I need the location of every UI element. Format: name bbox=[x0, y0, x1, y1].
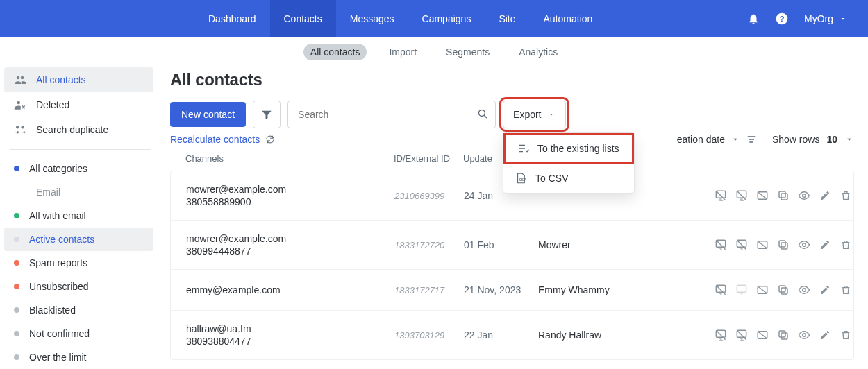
action-block-icon[interactable] bbox=[755, 327, 770, 343]
action-copy-icon[interactable] bbox=[776, 327, 791, 343]
bell-icon[interactable] bbox=[747, 12, 760, 25]
action-edit-icon[interactable] bbox=[817, 282, 833, 298]
sidebar-deleted[interactable]: Deleted bbox=[4, 92, 153, 117]
nav-campaigns[interactable]: Campaigns bbox=[408, 0, 485, 37]
nav-site[interactable]: Site bbox=[485, 0, 529, 37]
row-actions: BL BL bbox=[713, 327, 853, 343]
subnav-segments[interactable]: Segments bbox=[439, 44, 496, 60]
export-button-label: Export bbox=[513, 109, 541, 120]
sidebar-divider bbox=[10, 149, 151, 150]
sidebar-cat-all[interactable]: All categories bbox=[4, 157, 153, 180]
action-edit-icon[interactable] bbox=[817, 327, 833, 343]
action-delete-icon[interactable] bbox=[838, 327, 853, 343]
contact-email: mowrer@example.com bbox=[186, 233, 394, 244]
svg-point-2 bbox=[17, 76, 20, 80]
action-delete-icon[interactable] bbox=[838, 237, 853, 252]
sort-button[interactable] bbox=[746, 134, 757, 145]
sidebar-cat-unsub[interactable]: Unsubscribed bbox=[4, 275, 153, 298]
sidebar-search-duplicate[interactable]: Search duplicate bbox=[4, 117, 153, 142]
table-row[interactable]: hallraw@ua.fm 380938804477 1393703129 22… bbox=[171, 311, 853, 359]
csv-icon: CSV bbox=[515, 172, 527, 184]
svg-point-24 bbox=[803, 243, 806, 247]
action-view-icon[interactable] bbox=[796, 327, 812, 343]
action-delete-icon[interactable] bbox=[838, 282, 853, 298]
org-dropdown[interactable]: MyOrg bbox=[804, 13, 847, 24]
action-copy-icon[interactable] bbox=[776, 188, 791, 203]
subnav-import[interactable]: Import bbox=[382, 44, 424, 60]
contact-phone: 380994448877 bbox=[186, 246, 394, 257]
action-block-icon[interactable] bbox=[755, 282, 770, 298]
sidebar-cat-notconfirmed[interactable]: Not confirmed bbox=[4, 322, 153, 345]
contact-email: emmy@example.com bbox=[186, 284, 394, 295]
nav-contacts[interactable]: Contacts bbox=[270, 0, 336, 37]
svg-rect-39 bbox=[779, 331, 785, 337]
search-input[interactable] bbox=[287, 101, 496, 128]
sub-navbar: All contacts Import Segments Analytics bbox=[0, 37, 868, 67]
sidebar-item-label: All categories bbox=[29, 163, 87, 174]
subnav-all-contacts[interactable]: All contacts bbox=[303, 44, 367, 60]
action-blacklist-off-icon[interactable]: BL bbox=[713, 188, 728, 203]
sidebar-all-contacts[interactable]: All contacts bbox=[4, 67, 153, 92]
people-icon bbox=[14, 74, 26, 86]
filter-button[interactable] bbox=[253, 101, 281, 128]
sidebar-cat-overlimit[interactable]: Over the limit bbox=[4, 345, 153, 369]
svg-text:BL: BL bbox=[739, 337, 744, 341]
action-view-icon[interactable] bbox=[796, 188, 812, 203]
creation-date-dropdown[interactable] bbox=[731, 135, 740, 144]
dot-icon bbox=[14, 331, 19, 336]
action-view-icon[interactable] bbox=[796, 282, 812, 298]
sidebar-item-label: Active contacts bbox=[29, 234, 94, 245]
table-row[interactable]: emmy@example.com 1833172717 21 Nov, 2023… bbox=[171, 270, 853, 311]
export-to-csv[interactable]: CSV To CSV bbox=[503, 164, 634, 193]
svg-rect-14 bbox=[781, 194, 787, 200]
nav-dashboard[interactable]: Dashboard bbox=[194, 0, 270, 37]
action-edit-icon[interactable] bbox=[817, 188, 833, 203]
show-rows-dropdown[interactable] bbox=[844, 135, 854, 144]
page-title: All contacts bbox=[170, 70, 854, 89]
action-blacklist-off-icon[interactable]: BL bbox=[713, 282, 728, 298]
sidebar-item-label: Blacklisted bbox=[29, 304, 76, 316]
action-view-icon[interactable] bbox=[796, 237, 812, 252]
help-icon[interactable]: ? bbox=[775, 12, 789, 26]
action-blacklist-off-icon[interactable]: BL bbox=[713, 327, 728, 343]
sidebar-cat-allwithemail[interactable]: All with email bbox=[4, 204, 153, 228]
org-label: MyOrg bbox=[804, 13, 833, 24]
action-edit-icon[interactable] bbox=[817, 237, 833, 252]
action-delete-icon[interactable] bbox=[838, 188, 853, 203]
action-copy-icon[interactable] bbox=[776, 237, 791, 252]
action-blacklist-on-icon[interactable]: BL bbox=[734, 327, 749, 343]
sidebar-cat-active[interactable]: Active contacts bbox=[4, 228, 153, 251]
group-swap-icon bbox=[14, 123, 26, 136]
action-copy-icon[interactable] bbox=[776, 282, 791, 298]
sidebar-cat-email[interactable]: Email bbox=[4, 180, 153, 204]
nav-messages[interactable]: Messages bbox=[336, 0, 408, 37]
sidebar-item-label: Unsubscribed bbox=[29, 281, 89, 292]
top-navbar: Dashboard Contacts Messages Campaigns Si… bbox=[0, 0, 868, 37]
new-contact-button[interactable]: New contact bbox=[170, 102, 246, 127]
action-blacklist-on-icon[interactable]: BL bbox=[734, 237, 749, 252]
action-blacklist-off-icon[interactable]: BL bbox=[713, 237, 728, 252]
contact-phone: 380558889900 bbox=[186, 196, 394, 207]
svg-text:CSV: CSV bbox=[519, 178, 526, 182]
search-icon[interactable] bbox=[476, 108, 489, 120]
table-row[interactable]: mowrer@example.com 380994448877 18331727… bbox=[171, 221, 853, 270]
svg-rect-15 bbox=[779, 191, 785, 198]
action-block-icon[interactable] bbox=[755, 237, 770, 252]
export-menu-item-label: To the existing lists bbox=[537, 143, 619, 154]
export-to-existing-lists[interactable]: To the existing lists bbox=[503, 133, 634, 164]
export-button[interactable]: Export bbox=[503, 101, 565, 128]
recalculate-link[interactable]: Recalculate contacts bbox=[170, 134, 275, 145]
action-blacklist-on-icon[interactable]: BL bbox=[734, 188, 749, 203]
svg-text:BL: BL bbox=[739, 292, 744, 296]
sidebar-cat-blacklisted[interactable]: Blacklisted bbox=[4, 298, 153, 322]
svg-point-3 bbox=[21, 76, 24, 80]
sidebar-cat-spam[interactable]: Spam reports bbox=[4, 251, 153, 275]
svg-point-7 bbox=[478, 110, 485, 116]
sidebar-item-label: All with email bbox=[29, 210, 86, 221]
action-block-icon[interactable] bbox=[755, 188, 770, 203]
contact-update: 01 Feb bbox=[464, 239, 538, 250]
export-menu: To the existing lists CSV To CSV bbox=[503, 132, 635, 194]
subnav-analytics[interactable]: Analytics bbox=[512, 44, 565, 60]
sidebar-item-label: Email bbox=[36, 187, 60, 198]
nav-automation[interactable]: Automation bbox=[530, 0, 607, 37]
